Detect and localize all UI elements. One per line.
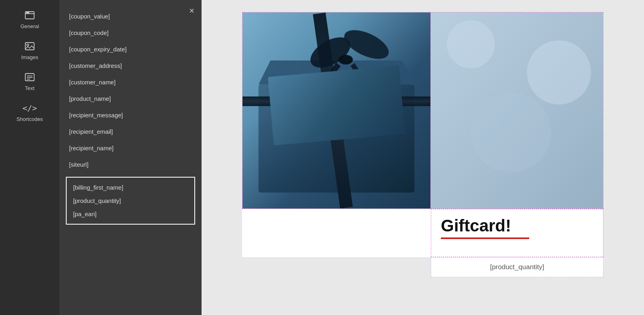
- sidebar-item-shortcodes-label: Shortcodes: [16, 116, 43, 122]
- shortcode-customer-address[interactable]: [customer_address]: [59, 57, 202, 74]
- shortcode-recipient-message[interactable]: [recipient_message]: [59, 107, 202, 123]
- image-icon: [23, 41, 36, 52]
- sidebar-item-general-label: General: [20, 23, 39, 29]
- shortcodes-panel: × [coupon_value] [coupon_code] [coupon_e…: [59, 0, 202, 315]
- sidebar-item-general[interactable]: General: [0, 4, 59, 35]
- code-icon: </>: [23, 102, 36, 114]
- giftcard-text-section: Giftcard!: [242, 209, 603, 257]
- main-canvas-area: Giftcard! [product_quantity]: [202, 0, 644, 315]
- giftcard-right-svg: [431, 12, 603, 209]
- shortcode-siteurl[interactable]: [siteurl]: [59, 156, 202, 173]
- giftcard-title-block: Giftcard!: [431, 209, 603, 257]
- canvas-container: Giftcard! [product_quantity]: [242, 12, 603, 277]
- shortcode-pa-ean[interactable]: [pa_ean]: [70, 207, 191, 221]
- giftcard-image-right: [430, 12, 603, 209]
- left-sidebar: General Images Text </> Shortcodes: [0, 0, 59, 315]
- giftcard-quantity-block: [product_quantity]: [431, 257, 603, 277]
- svg-point-5: [27, 44, 29, 46]
- text-icon: [23, 72, 36, 83]
- shortcode-recipient-name[interactable]: [recipient_name]: [59, 140, 202, 156]
- browser-icon: [23, 10, 36, 21]
- svg-rect-14: [243, 96, 430, 106]
- sidebar-item-text[interactable]: Text: [0, 66, 59, 97]
- shortcode-customer-name[interactable]: [customer_name]: [59, 74, 202, 90]
- giftcard-underline: [441, 237, 529, 239]
- shortcode-list: [coupon_value] [coupon_code] [coupon_exp…: [59, 0, 202, 315]
- shortcode-recipient-email[interactable]: [recipient_email]: [59, 123, 202, 140]
- shortcode-product-quantity[interactable]: [product_quantity]: [70, 194, 191, 207]
- svg-point-17: [338, 55, 353, 65]
- svg-point-19: [447, 20, 495, 69]
- gift-box-svg: [243, 12, 430, 209]
- shortcode-coupon-expiry-date[interactable]: [coupon_expiry_date]: [59, 41, 202, 57]
- giftcard-image-section: [242, 12, 603, 209]
- svg-rect-4: [25, 43, 34, 50]
- shortcode-billing-first-name[interactable]: [billing_first_name]: [70, 181, 191, 194]
- sidebar-item-text-label: Text: [25, 85, 35, 91]
- quantity-left-spacer: [242, 257, 431, 277]
- sidebar-item-shortcodes[interactable]: </> Shortcodes: [0, 97, 59, 128]
- giftcard-image-left: [243, 12, 430, 209]
- sidebar-item-images-label: Images: [21, 54, 39, 60]
- shortcode-coupon-value[interactable]: [coupon_value]: [59, 8, 202, 25]
- shortcode-coupon-code[interactable]: [coupon_code]: [59, 25, 202, 41]
- close-button[interactable]: ×: [189, 6, 194, 15]
- sidebar-item-images[interactable]: Images: [0, 35, 59, 66]
- svg-point-20: [527, 40, 591, 104]
- shortcode-product-name[interactable]: [product_name]: [59, 90, 202, 107]
- svg-point-21: [471, 92, 551, 173]
- giftcard-quantity-text: [product_quantity]: [490, 263, 544, 271]
- shortcode-group: [billing_first_name] [product_quantity] …: [66, 177, 195, 225]
- svg-point-2: [26, 12, 27, 13]
- giftcard-quantity-row: [product_quantity]: [242, 257, 603, 277]
- svg-rect-6: [25, 74, 34, 81]
- giftcard-title: Giftcard!: [441, 217, 593, 235]
- gift-box-visual: [243, 12, 430, 209]
- svg-point-3: [28, 12, 29, 13]
- giftcard-text-left-spacer: [242, 209, 431, 257]
